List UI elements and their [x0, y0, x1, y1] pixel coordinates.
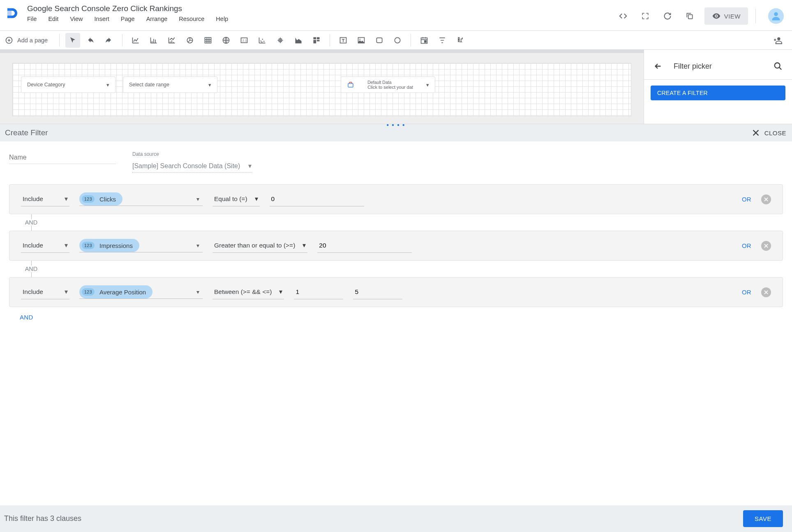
plus-circle-icon: [5, 36, 13, 44]
geo-chart-icon[interactable]: [219, 33, 233, 48]
data-control-icon[interactable]: [453, 33, 468, 48]
pie-chart-icon[interactable]: [182, 33, 197, 48]
create-filter-button[interactable]: CREATE A FILTER: [651, 86, 785, 100]
datasource-select[interactable]: [Sample] Search Console Data (Site) ▾: [132, 160, 252, 173]
chevron-down-icon: ▾: [248, 162, 252, 170]
copy-icon[interactable]: [682, 9, 697, 23]
name-field: [9, 151, 116, 173]
svg-point-24: [777, 37, 780, 40]
svg-point-9: [261, 40, 262, 42]
svg-point-1: [716, 15, 717, 17]
device-category-control[interactable]: Device Category ▾: [21, 76, 115, 93]
menu-arrange[interactable]: Arrange: [146, 16, 168, 22]
operator-select[interactable]: Between (>= && <=)▾: [212, 285, 284, 299]
close-button[interactable]: CLOSE: [751, 128, 786, 137]
menu-insert[interactable]: Insert: [95, 16, 109, 22]
add-and-button[interactable]: AND: [20, 314, 783, 321]
svg-rect-13: [314, 37, 316, 39]
line-chart-icon[interactable]: [128, 33, 143, 48]
chevron-down-icon: ▾: [65, 195, 68, 203]
search-icon[interactable]: [771, 59, 785, 74]
delete-clause-button[interactable]: [761, 287, 771, 297]
user-avatar[interactable]: [768, 8, 784, 24]
redo-icon[interactable]: [102, 33, 116, 48]
svg-point-12: [261, 41, 263, 42]
menu-resource[interactable]: Resource: [179, 16, 204, 22]
area-chart-icon[interactable]: [291, 33, 306, 48]
metric-select[interactable]: 123Impressions ▾: [79, 239, 203, 252]
svg-point-26: [775, 63, 780, 68]
include-exclude-select[interactable]: Include▾: [21, 285, 69, 299]
svg-rect-16: [317, 40, 320, 41]
svg-rect-20: [377, 38, 382, 43]
sheet-title: Create Filter: [5, 128, 48, 137]
delete-clause-button[interactable]: [761, 194, 771, 204]
combo-chart-icon[interactable]: [164, 33, 179, 48]
table-icon[interactable]: [201, 33, 215, 48]
add-people-icon[interactable]: [771, 33, 785, 48]
chevron-down-icon: ▾: [106, 82, 109, 88]
add-page-button[interactable]: Add a page: [5, 36, 48, 44]
drag-handle-icon[interactable]: ● ● ● ●: [386, 123, 406, 127]
operator-select[interactable]: Greater than or equal to (>=)▾: [212, 238, 307, 253]
report-canvas[interactable]: Device Category ▾ Select date range ▾ De…: [12, 63, 631, 116]
metric-select[interactable]: 123Average Position ▾: [79, 285, 203, 299]
circle-icon[interactable]: [390, 33, 405, 48]
svg-point-21: [395, 37, 400, 43]
date-range-control[interactable]: Select date range ▾: [123, 76, 217, 93]
operator-select[interactable]: Equal to (=)▾: [212, 192, 260, 206]
value-input-max[interactable]: [353, 285, 402, 299]
chevron-down-icon: ▾: [193, 242, 203, 249]
metric-select[interactable]: 123Clicks ▾: [79, 192, 203, 206]
value-input[interactable]: [270, 192, 364, 206]
svg-point-19: [360, 39, 361, 40]
undo-icon[interactable]: [83, 33, 98, 48]
canvas-scrollbar[interactable]: [0, 50, 644, 53]
or-button[interactable]: OR: [742, 289, 751, 296]
main-area: Device Category ▾ Select date range ▾ De…: [0, 50, 792, 124]
menu-view[interactable]: View: [70, 16, 83, 22]
chevron-down-icon: ▾: [193, 289, 203, 295]
svg-rect-23: [425, 40, 426, 42]
bullet-chart-icon[interactable]: [273, 33, 288, 48]
include-exclude-select[interactable]: Include▾: [21, 238, 69, 253]
menu-file[interactable]: File: [27, 16, 37, 22]
date-range-icon[interactable]: [417, 33, 432, 48]
chevron-down-icon: ▾: [279, 288, 282, 296]
rectangle-icon[interactable]: [372, 33, 387, 48]
chevron-down-icon: ▾: [193, 196, 203, 202]
chevron-down-icon: ▾: [65, 242, 68, 249]
chevron-down-icon: ▾: [208, 82, 211, 88]
code-icon[interactable]: [616, 9, 630, 23]
refresh-icon[interactable]: [660, 9, 675, 23]
menu-help[interactable]: Help: [216, 16, 228, 22]
chevron-down-icon: ▾: [302, 242, 306, 249]
fullscreen-icon[interactable]: [638, 9, 653, 23]
value-input[interactable]: [317, 238, 412, 253]
datasource-field: Data source [Sample] Search Console Data…: [132, 151, 252, 173]
menu-page[interactable]: Page: [121, 16, 135, 22]
view-button[interactable]: VIEW: [704, 7, 748, 25]
divider: [755, 9, 756, 23]
value-input-min[interactable]: [294, 285, 343, 299]
header-actions: VIEW: [616, 7, 784, 25]
document-title[interactable]: Google Search Console Zero Click Ranking…: [27, 4, 616, 13]
close-icon: [751, 128, 760, 137]
delete-clause-button[interactable]: [761, 241, 771, 251]
menu-edit[interactable]: Edit: [48, 16, 58, 22]
select-tool-icon[interactable]: [65, 33, 80, 48]
filter-name-input[interactable]: [9, 151, 116, 164]
scorecard-icon[interactable]: 2.1: [237, 33, 252, 48]
data-source-control[interactable]: Default Data Click to select your dat ▾: [341, 76, 435, 93]
pivot-table-icon[interactable]: [309, 33, 324, 48]
bar-chart-icon[interactable]: [146, 33, 161, 48]
title-menu-group: Google Search Console Zero Click Ranking…: [27, 4, 616, 22]
scatter-chart-icon[interactable]: [255, 33, 270, 48]
image-icon[interactable]: [354, 33, 369, 48]
or-button[interactable]: OR: [742, 196, 751, 203]
include-exclude-select[interactable]: Include▾: [21, 192, 69, 206]
or-button[interactable]: OR: [742, 242, 751, 249]
text-icon[interactable]: [336, 33, 351, 48]
filter-control-icon[interactable]: [435, 33, 450, 48]
back-arrow-icon[interactable]: [651, 59, 665, 74]
